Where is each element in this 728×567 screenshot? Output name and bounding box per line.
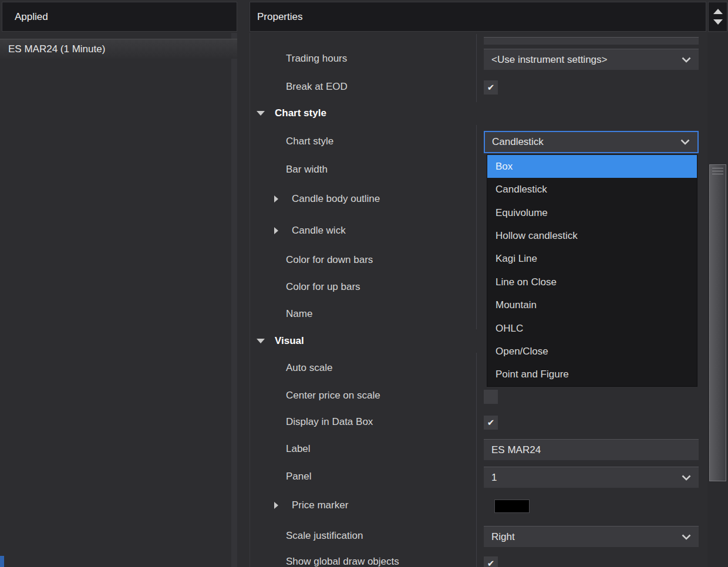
option-kagi-line[interactable]: Kagi Line: [487, 248, 697, 271]
scrollbar-grip-icon: [712, 168, 723, 176]
chart-style-value: Candlestick: [492, 136, 544, 148]
applied-item-label: ES MAR24 (1 Minute): [8, 43, 105, 55]
panel-dropdown[interactable]: 1: [484, 467, 699, 488]
scroll-arrow-buttons: [708, 2, 727, 32]
option-box[interactable]: Box: [487, 155, 697, 178]
applied-panel-title: Applied: [15, 11, 48, 23]
option-equivolume[interactable]: Equivolume: [487, 201, 697, 224]
option-hollow-candlestick[interactable]: Hollow candlestick: [487, 224, 697, 247]
column-divider: [476, 353, 477, 567]
display-in-data-box-label: Display in Data Box: [286, 414, 373, 430]
column-divider: [476, 125, 477, 329]
column-divider: [476, 34, 477, 102]
visual-section-collapse-icon[interactable]: [257, 339, 265, 343]
properties-panel-title: Properties: [257, 11, 302, 23]
trading-hours-label: Trading hours: [286, 51, 347, 66]
candle-wick-label: Candle wick: [292, 223, 346, 238]
applied-panel-header: Applied: [2, 2, 237, 32]
center-price-checkbox[interactable]: [484, 390, 498, 404]
option-candlestick[interactable]: Candlestick: [487, 178, 697, 201]
show-global-draw-objects-label: Show global draw objects: [286, 554, 399, 567]
candle-body-outline-expand-icon[interactable]: [274, 195, 278, 203]
chart-style-section-collapse-icon[interactable]: [257, 111, 265, 116]
chart-properties-dialog: Applied Properties ES MAR24 (1 Minute) T…: [0, 0, 728, 567]
option-line-on-close[interactable]: Line on Close: [487, 271, 697, 293]
checkmark-icon: ✔: [487, 558, 495, 567]
properties-scrollbar-thumb[interactable]: [709, 164, 726, 481]
scale-justification-label: Scale justification: [286, 528, 363, 544]
applied-list-item[interactable]: ES MAR24 (1 Minute): [0, 39, 237, 59]
display-in-data-box-checkbox[interactable]: ✔: [484, 416, 498, 430]
panel-label: Panel: [286, 469, 311, 484]
center-price-label: Center price on scale: [286, 388, 380, 403]
label-input-value: ES MAR24: [491, 444, 541, 456]
checkmark-icon: ✔: [487, 417, 495, 428]
visual-section-header: Visual: [275, 333, 304, 349]
scroll-down-icon[interactable]: [713, 19, 723, 25]
chevron-down-icon: [682, 57, 691, 63]
scale-justification-value: Right: [491, 531, 515, 543]
label-input[interactable]: ES MAR24: [484, 439, 699, 460]
price-marker-color-swatch[interactable]: [494, 500, 530, 513]
properties-panel-header: Properties: [250, 2, 706, 32]
window-edge-accent: [0, 556, 4, 567]
chevron-down-icon: [682, 475, 691, 481]
chart-style-options-list: Box Candlestick Equivolume Hollow candle…: [487, 154, 697, 387]
candle-wick-expand-icon[interactable]: [274, 227, 278, 234]
candle-body-outline-label: Candle body outline: [292, 191, 380, 207]
chart-style-dropdown[interactable]: Candlestick: [484, 131, 699, 153]
scale-justification-dropdown[interactable]: Right: [484, 526, 699, 547]
partial-cutoff-control[interactable]: [484, 37, 699, 45]
price-marker-expand-icon[interactable]: [274, 502, 278, 509]
chart-style-label: Chart style: [286, 134, 333, 149]
option-open-close[interactable]: Open/Close: [487, 340, 697, 363]
bar-width-label: Bar width: [286, 162, 328, 177]
break-at-eod-checkbox[interactable]: ✔: [484, 80, 498, 95]
color-up-bars-label: Color for up bars: [286, 279, 360, 295]
chevron-down-icon: [680, 139, 690, 145]
checkmark-icon: ✔: [487, 82, 495, 93]
applied-list-scroll-track: [231, 33, 237, 567]
option-ohlc[interactable]: OHLC: [487, 317, 697, 340]
trading-hours-value: <Use instrument settings>: [491, 54, 607, 66]
chart-style-section-header: Chart style: [275, 106, 326, 121]
properties-panel-left-edge: [250, 33, 250, 567]
name-label: Name: [286, 306, 312, 322]
chevron-down-icon: [682, 534, 691, 540]
option-point-and-figure[interactable]: Point and Figure: [487, 363, 697, 386]
scroll-up-icon[interactable]: [713, 9, 723, 14]
color-down-bars-label: Color for down bars: [286, 252, 373, 268]
option-mountain[interactable]: Mountain: [487, 293, 697, 316]
break-at-eod-label: Break at EOD: [286, 79, 348, 95]
show-global-draw-objects-checkbox[interactable]: ✔: [484, 556, 498, 567]
panel-value: 1: [491, 472, 497, 484]
price-marker-label: Price marker: [292, 498, 348, 513]
label-row-label: Label: [286, 441, 311, 457]
trading-hours-dropdown[interactable]: <Use instrument settings>: [484, 49, 699, 70]
auto-scale-label: Auto scale: [286, 360, 332, 376]
